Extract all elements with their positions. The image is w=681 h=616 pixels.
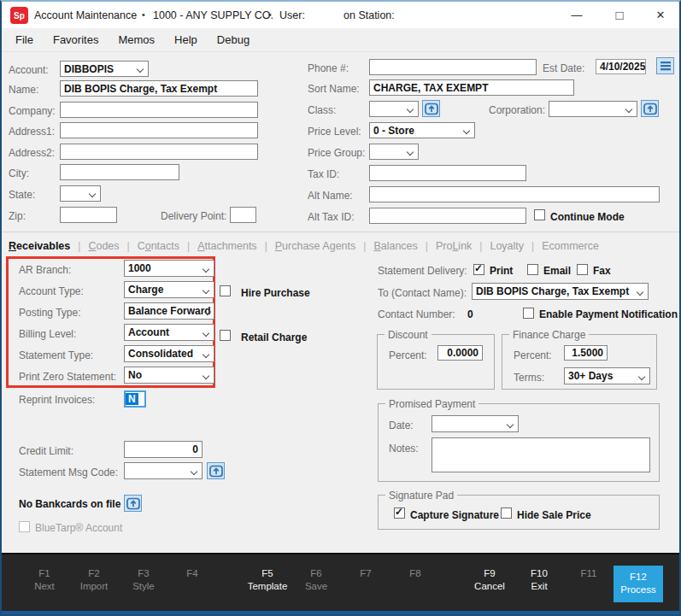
- statement-msg-jump-button[interactable]: [207, 462, 225, 479]
- account-dropdown[interactable]: DIBBOPIS: [60, 61, 149, 77]
- state-dropdown[interactable]: [60, 185, 101, 202]
- section-divider: [2, 232, 679, 232]
- city-field[interactable]: [60, 164, 179, 180]
- menu-file[interactable]: File: [15, 33, 33, 46]
- print-checkbox[interactable]: [473, 264, 484, 275]
- jump-arrow-icon: [425, 103, 438, 115]
- state-label: State:: [9, 189, 35, 201]
- close-button[interactable]: ✕: [643, 2, 678, 28]
- tab-attachments[interactable]: Attachments: [197, 240, 256, 252]
- fkey-f12-process[interactable]: F12Process: [613, 566, 663, 602]
- sort-name-field[interactable]: CHARGE, TAX EXEMPT: [369, 79, 574, 96]
- capture-signature-label: Capture Signature: [410, 509, 499, 521]
- hire-purchase-checkbox[interactable]: [220, 285, 231, 296]
- terms-dropdown[interactable]: 30+ Days: [564, 367, 650, 384]
- billing-level-dropdown[interactable]: Account: [124, 324, 214, 341]
- promised-date-label: Date:: [389, 419, 414, 431]
- posting-type-label: Posting Type:: [19, 307, 81, 319]
- credit-limit-field[interactable]: 0: [124, 441, 203, 458]
- minimize-button[interactable]: —: [560, 2, 594, 28]
- phone-field[interactable]: [369, 59, 537, 75]
- account-type-dropdown[interactable]: Charge: [124, 281, 214, 298]
- menu-bar: File Favorites Memos Help Debug: [2, 28, 679, 52]
- to-contact-dropdown[interactable]: DIB BOPIS Charge, Tax Exempt: [472, 283, 649, 300]
- fax-checkbox[interactable]: [577, 264, 588, 275]
- menu-debug[interactable]: Debug: [217, 33, 250, 46]
- class-dropdown[interactable]: [369, 101, 419, 117]
- maximize-button[interactable]: □: [602, 2, 637, 28]
- alt-tax-id-field[interactable]: [369, 208, 526, 224]
- signature-pad-title: Signature Pad: [385, 490, 457, 502]
- fkey-label: Save: [287, 580, 345, 593]
- title-separator-dot: •: [142, 9, 145, 20]
- hide-sale-price-checkbox[interactable]: [501, 507, 512, 519]
- bankcards-jump-button[interactable]: [124, 495, 142, 512]
- menu-memos[interactable]: Memos: [118, 33, 155, 46]
- reprint-invoices-field[interactable]: N: [124, 390, 146, 408]
- tab-balances[interactable]: Balances: [373, 240, 417, 252]
- tab-ecommerce[interactable]: Ecommerce: [542, 240, 599, 252]
- tab-loyalty[interactable]: Loyalty: [490, 240, 524, 252]
- company-field[interactable]: [60, 102, 258, 118]
- finance-percent-field[interactable]: 1.5000: [564, 345, 608, 361]
- bankcards-status-text: No Bankcards on file: [19, 498, 120, 510]
- tax-id-field[interactable]: [369, 165, 526, 181]
- statement-type-dropdown[interactable]: Consolidated: [124, 345, 214, 362]
- promised-date-dropdown[interactable]: [431, 415, 519, 432]
- enable-payment-notification-checkbox[interactable]: [523, 308, 534, 319]
- discount-percent-label: Percent:: [389, 349, 427, 361]
- address1-label: Address1:: [9, 126, 55, 138]
- terms-value: 30+ Days: [568, 370, 613, 382]
- corporation-jump-button[interactable]: [641, 100, 659, 117]
- discount-percent-value: 0.0000: [447, 347, 478, 359]
- chevron-down-icon: [203, 266, 209, 273]
- promised-notes-textarea[interactable]: [431, 437, 650, 472]
- price-level-value: 0 - Store: [373, 125, 414, 137]
- price-level-dropdown[interactable]: 0 - Store: [369, 122, 475, 138]
- address1-field[interactable]: [60, 122, 258, 138]
- delivery-point-label: Delivery Point:: [161, 210, 226, 222]
- tab-separator: |: [187, 240, 190, 252]
- chevron-down-icon: [203, 287, 209, 294]
- price-group-dropdown[interactable]: [369, 144, 419, 160]
- chevron-down-icon: [463, 127, 470, 134]
- chevron-down-icon: [203, 351, 209, 358]
- continue-mode-checkbox[interactable]: [534, 209, 545, 220]
- tab-receivables[interactable]: Receivables: [9, 240, 70, 252]
- tab-separator: |: [479, 240, 482, 252]
- hide-sale-price-label: Hide Sale Price: [517, 509, 591, 521]
- alt-name-field[interactable]: [369, 186, 660, 202]
- retail-charge-checkbox[interactable]: [220, 330, 231, 341]
- phone-label: Phone #:: [308, 62, 349, 74]
- menu-favorites[interactable]: Favorites: [53, 33, 98, 46]
- finance-charge-title: Finance Charge: [509, 329, 589, 341]
- statement-msg-code-dropdown[interactable]: [124, 462, 203, 479]
- promised-notes-label: Notes:: [389, 443, 419, 455]
- email-checkbox[interactable]: [527, 264, 538, 275]
- tab-prolink[interactable]: ProLink: [436, 240, 472, 252]
- tab-bar: Receivables|Codes|Contacts|Attachments|P…: [9, 238, 599, 254]
- chevron-down-icon: [637, 289, 643, 296]
- address2-field[interactable]: [60, 144, 258, 160]
- tab-contacts[interactable]: Contacts: [138, 240, 179, 252]
- corporation-dropdown[interactable]: [549, 101, 637, 117]
- zip-label: Zip:: [9, 210, 26, 222]
- discount-percent-field[interactable]: 0.0000: [437, 345, 483, 361]
- billing-level-label: Billing Level:: [19, 328, 76, 340]
- tab-purchase-agents[interactable]: Purchase Agents: [275, 240, 356, 252]
- chevron-down-icon: [89, 191, 96, 197]
- tab-separator: |: [78, 240, 80, 252]
- zip-field[interactable]: [60, 207, 117, 223]
- class-jump-button[interactable]: [422, 100, 440, 117]
- delivery-point-field[interactable]: [230, 207, 256, 223]
- menu-help[interactable]: Help: [174, 33, 197, 46]
- name-field[interactable]: DIB BOPIS Charge, Tax Exempt: [60, 80, 258, 97]
- retail-charge-label: Retail Charge: [241, 331, 307, 343]
- ar-branch-dropdown[interactable]: 1000: [124, 260, 214, 277]
- capture-signature-checkbox[interactable]: [394, 507, 405, 519]
- statement-type-value: Consolidated: [128, 348, 193, 360]
- tab-codes[interactable]: Codes: [88, 240, 119, 252]
- print-zero-statement-dropdown[interactable]: No: [124, 367, 214, 384]
- posting-type-dropdown[interactable]: Balance Forward: [124, 302, 214, 320]
- est-date-menu-button[interactable]: [656, 57, 674, 74]
